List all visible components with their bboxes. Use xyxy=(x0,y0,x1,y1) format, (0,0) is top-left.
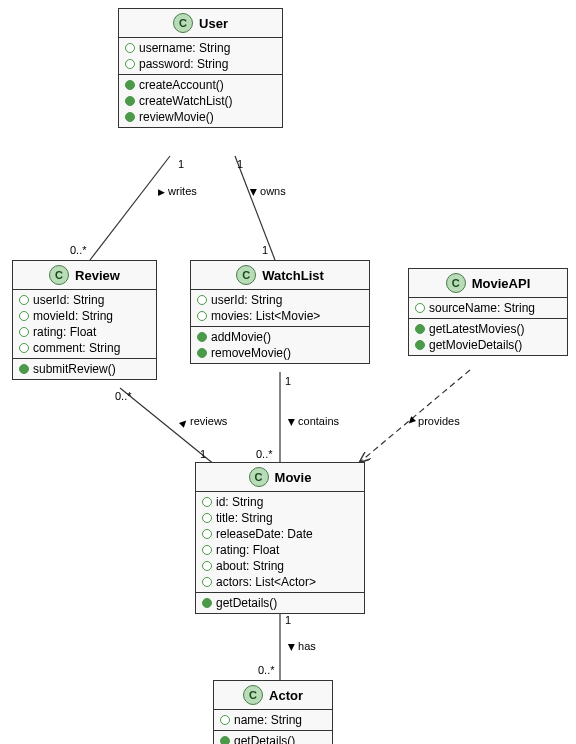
rel-contains-card-src: 1 xyxy=(285,375,291,387)
rel-has-card-dst: 0..* xyxy=(258,664,275,676)
class-actor: C Actor name: String getDetails() xyxy=(213,680,333,744)
rel-writes-label: ▶ writes xyxy=(158,185,197,197)
class-user-header: C User xyxy=(119,9,282,38)
class-watchlist-attrs: userId: String movies: List<Movie> xyxy=(191,290,369,327)
class-movieapi-ops: getLatestMovies() getMovieDetails() xyxy=(409,319,567,355)
class-watchlist-ops: addMovie() removeMovie() xyxy=(191,327,369,363)
rel-owns-label: ▶ owns xyxy=(250,185,286,197)
class-review-name: Review xyxy=(75,268,120,283)
class-movie-attrs: id: String title: String releaseDate: Da… xyxy=(196,492,364,593)
class-review-ops: submitReview() xyxy=(13,359,156,379)
rel-contains-label: ▶ contains xyxy=(288,415,339,427)
class-icon: C xyxy=(446,273,466,293)
class-actor-attrs: name: String xyxy=(214,710,332,731)
class-movie: C Movie id: String title: String release… xyxy=(195,462,365,614)
rel-reviews-card-src: 0..* xyxy=(115,390,132,402)
rel-reviews-card-dst: 1 xyxy=(200,448,206,460)
class-review: C Review userId: String movieId: String … xyxy=(12,260,157,380)
class-icon: C xyxy=(249,467,269,487)
class-actor-ops: getDetails() xyxy=(214,731,332,744)
class-movieapi-attrs: sourceName: String xyxy=(409,298,567,319)
rel-provides-label: ▶ provides xyxy=(408,415,460,427)
svg-line-1 xyxy=(235,156,275,260)
class-review-header: C Review xyxy=(13,261,156,290)
class-movieapi-name: MovieAPI xyxy=(472,276,531,291)
class-movieapi: C MovieAPI sourceName: String getLatestM… xyxy=(408,268,568,356)
class-user-attrs: username: String password: String xyxy=(119,38,282,75)
svg-line-0 xyxy=(90,156,170,260)
rel-has-card-src: 1 xyxy=(285,614,291,626)
class-user-ops: createAccount() createWatchList() review… xyxy=(119,75,282,127)
rel-owns-card-src: 1 xyxy=(237,158,243,170)
class-user-name: User xyxy=(199,16,228,31)
rel-writes-card-dst: 0..* xyxy=(70,244,87,256)
class-icon: C xyxy=(49,265,69,285)
class-watchlist: C WatchList userId: String movies: List<… xyxy=(190,260,370,364)
rel-owns-card-dst: 1 xyxy=(262,244,268,256)
class-user: C User username: String password: String… xyxy=(118,8,283,128)
class-movie-header: C Movie xyxy=(196,463,364,492)
class-movie-ops: getDetails() xyxy=(196,593,364,613)
class-movieapi-header: C MovieAPI xyxy=(409,269,567,298)
class-watchlist-header: C WatchList xyxy=(191,261,369,290)
class-review-attrs: userId: String movieId: String rating: F… xyxy=(13,290,156,359)
class-movie-name: Movie xyxy=(275,470,312,485)
class-actor-header: C Actor xyxy=(214,681,332,710)
rel-writes-card-src: 1 xyxy=(178,158,184,170)
class

-actor-name: Actor xyxy=(269,688,303,703)
class-icon: C xyxy=(173,13,193,33)
rel-reviews-label: ▶ reviews xyxy=(180,415,227,427)
rel-has-label: ▶ has xyxy=(288,640,316,652)
class-icon: C xyxy=(243,685,263,705)
class-icon: C xyxy=(236,265,256,285)
class-watchlist-name: WatchList xyxy=(262,268,324,283)
rel-contains-card-dst: 0..* xyxy=(256,448,273,460)
